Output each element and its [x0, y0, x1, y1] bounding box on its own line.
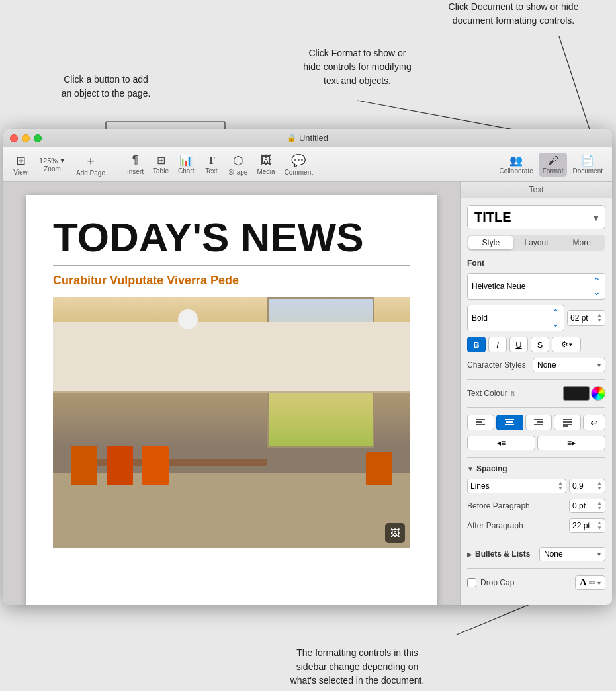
title-style-selector[interactable]: TITLE ▾	[467, 205, 605, 229]
bullets-lists-row: ▶ Bullets & Lists None ▾	[467, 547, 605, 561]
fullscreen-button[interactable]	[34, 134, 42, 142]
add-page-button[interactable]: ＋ Add Page	[72, 151, 109, 179]
font-size-value: 62 pt	[570, 313, 588, 323]
drop-cap-left: Drop Cap	[467, 578, 514, 587]
spacing-section-header[interactable]: ▼ Spacing	[467, 464, 605, 473]
chart-button[interactable]: 📊 Chart	[174, 152, 198, 177]
lines-value[interactable]: 0.9 ▲ ▼	[569, 479, 605, 493]
format-button[interactable]: 🖌 Format	[539, 153, 568, 177]
align-right-button[interactable]	[525, 415, 552, 430]
lines-val-spinner[interactable]: ▲ ▼	[597, 481, 602, 491]
increase-indent-button[interactable]: ≡▸	[537, 436, 605, 450]
text-colour-row: Text Colour ⇅	[467, 386, 605, 401]
colour-swatch-group	[563, 386, 605, 401]
tab-layout[interactable]: Layout	[514, 236, 559, 249]
dining-table	[71, 459, 267, 466]
view-icon: ⊞	[16, 153, 26, 168]
tab-style[interactable]: Style	[468, 236, 513, 249]
drop-cap-checkbox[interactable]	[467, 578, 476, 587]
italic-button[interactable]: I	[488, 337, 507, 352]
divider-4	[467, 540, 605, 540]
text-colour-label: Text Colour ⇅	[467, 389, 515, 398]
bullets-triangle-icon: ▶	[467, 551, 472, 558]
toolbar-group-addpage: ＋ Add Page	[72, 151, 109, 179]
canvas[interactable]: TODAY'S NEWS Curabitur Vulputate Viverra…	[3, 182, 460, 605]
svg-rect-16	[563, 421, 572, 423]
insert-button[interactable]: ¶ Insert	[123, 151, 148, 177]
svg-rect-7	[476, 421, 482, 423]
lines-spinner[interactable]: ▲ ▼	[558, 481, 563, 491]
document-page[interactable]: TODAY'S NEWS Curabitur Vulputate Viverra…	[26, 195, 437, 605]
after-down-icon[interactable]: ▼	[597, 526, 602, 531]
font-name-select[interactable]: Helvetica Neue ⌃⌄	[467, 273, 605, 300]
font-weight-select[interactable]: Bold ⌃⌄	[467, 305, 564, 331]
text-button[interactable]: T Text	[199, 153, 223, 177]
align-center-button[interactable]	[496, 415, 523, 430]
page-divider	[53, 265, 410, 266]
toolbar-group-view: ⊞ View	[9, 151, 32, 178]
toolbar-right: 👥 Collaborate 🖌 Format 📄 Document	[496, 152, 607, 177]
before-para-spinner[interactable]: ▲ ▼	[597, 501, 602, 511]
table-button[interactable]: ⊞ Table	[149, 152, 173, 177]
align-justify-button[interactable]	[554, 415, 581, 430]
page-subtitle[interactable]: Curabitur Vulputate Viverra Pede	[53, 274, 410, 288]
minimize-button[interactable]	[22, 134, 30, 142]
document-button[interactable]: 📄 Document	[568, 152, 607, 177]
size-spinner-arrows[interactable]: ▲ ▼	[597, 313, 602, 323]
tab-more[interactable]: More	[559, 236, 604, 249]
chevron-down-icon: ▾	[594, 212, 598, 223]
lines-down-icon[interactable]: ▼	[558, 486, 563, 491]
view-button[interactable]: ⊞ View	[9, 151, 32, 178]
after-para-row: After Paragraph 22 pt ▲ ▼	[467, 518, 605, 533]
zoom-value: 125%	[39, 157, 58, 165]
drop-cap-style-lines: ≡≡	[588, 579, 595, 586]
lines-val-down[interactable]: ▼	[597, 486, 602, 491]
bold-button[interactable]: B	[467, 337, 486, 352]
size-down-arrow[interactable]: ▼	[597, 318, 602, 323]
text-options-button[interactable]: ⚙ ▾	[552, 337, 581, 352]
view-label: View	[13, 169, 28, 176]
after-para-spinner[interactable]: ▲ ▼	[597, 520, 602, 531]
after-para-value[interactable]: 22 pt ▲ ▼	[569, 518, 605, 533]
underline-button[interactable]: U	[509, 337, 528, 352]
lines-select[interactable]: Lines ▲ ▼	[467, 479, 566, 493]
document-label: Document	[572, 167, 603, 175]
sidebar-body: TITLE ▾ Style Layout More Font Helvetica…	[461, 198, 612, 596]
before-down-icon[interactable]: ▼	[597, 506, 602, 511]
media-button[interactable]: 🖼 Media	[253, 151, 279, 177]
page-image[interactable]: 🖼	[53, 297, 410, 548]
title-style-label: TITLE	[474, 210, 511, 225]
chair-2	[107, 446, 133, 485]
chair-4	[366, 452, 392, 485]
zoom-button[interactable]: 125% ▼ Zoom	[35, 155, 69, 175]
bullets-select[interactable]: None ▾	[539, 547, 605, 561]
drop-cap-style-icon: A	[580, 577, 586, 588]
colour-swatch[interactable]	[563, 386, 590, 401]
font-size-spinner[interactable]: 62 pt ▲ ▼	[567, 310, 605, 326]
drop-cap-style-button[interactable]: A ≡≡ ▾	[575, 575, 605, 590]
font-name-row: Helvetica Neue ⌃⌄	[467, 273, 605, 300]
chair-3	[142, 446, 169, 485]
alignment-row: ↩	[467, 415, 605, 430]
drop-cap-chevron-icon: ▾	[597, 579, 601, 587]
page-headline[interactable]: TODAY'S NEWS	[53, 215, 410, 260]
collaborate-button[interactable]: 👥 Collaborate	[496, 152, 537, 177]
decrease-indent-button[interactable]: ◂≡	[467, 436, 535, 450]
character-styles-select[interactable]: None ▾	[533, 358, 605, 372]
svg-rect-12	[534, 419, 543, 420]
image-badge: 🖼	[385, 523, 405, 543]
add-page-icon: ＋	[85, 153, 97, 169]
close-button[interactable]	[10, 134, 18, 142]
shape-button[interactable]: ⬡ Shape	[224, 151, 251, 178]
comment-button[interactable]: 💬 Comment	[281, 151, 317, 178]
strikethrough-button[interactable]: S	[531, 337, 549, 352]
text-direction-button[interactable]: ↩	[583, 415, 605, 430]
collaborate-label: Collaborate	[500, 167, 533, 175]
align-left-button[interactable]	[467, 415, 494, 430]
bullets-section-toggle[interactable]: ▶ Bullets & Lists	[467, 549, 530, 559]
svg-rect-6	[476, 419, 485, 420]
svg-rect-13	[537, 421, 543, 423]
before-para-value[interactable]: 0 pt ▲ ▼	[569, 499, 605, 513]
font-weight-value: Bold	[472, 313, 488, 323]
colour-wheel-button[interactable]	[591, 386, 605, 401]
